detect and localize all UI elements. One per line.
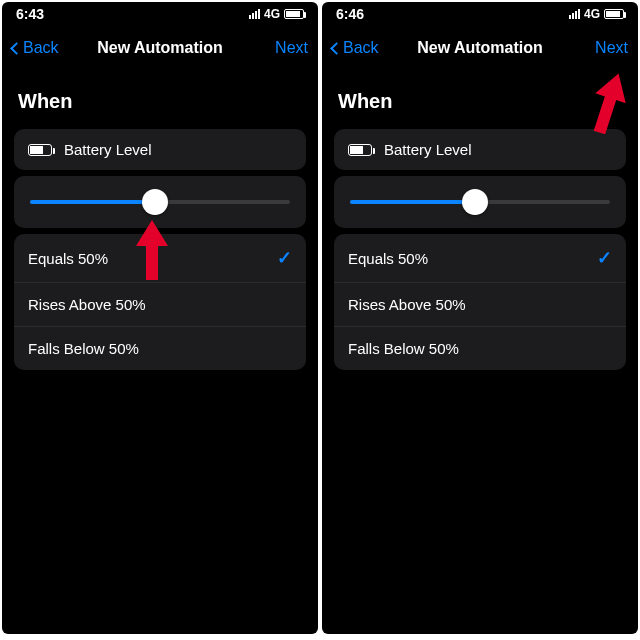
- signal-icon: [569, 9, 580, 19]
- network-label: 4G: [584, 7, 600, 21]
- slider-thumb[interactable]: [462, 189, 488, 215]
- status-time: 6:46: [336, 6, 364, 22]
- chevron-left-icon: [10, 42, 23, 55]
- status-bar: 6:43 4G: [2, 2, 318, 26]
- phone-right: 6:46 4G Back New Automation Next When Ba…: [322, 2, 638, 634]
- network-label: 4G: [264, 7, 280, 21]
- back-button[interactable]: Back: [332, 39, 379, 57]
- option-label: Rises Above 50%: [348, 296, 466, 313]
- signal-icon: [249, 9, 260, 19]
- option-rises-above[interactable]: Rises Above 50%: [334, 283, 626, 327]
- back-label: Back: [343, 39, 379, 57]
- option-label: Falls Below 50%: [28, 340, 139, 357]
- option-label: Equals 50%: [28, 250, 108, 267]
- option-label: Falls Below 50%: [348, 340, 459, 357]
- next-button[interactable]: Next: [595, 39, 628, 57]
- option-rises-above[interactable]: Rises Above 50%: [14, 283, 306, 327]
- trigger-label: Battery Level: [64, 141, 152, 158]
- battery-slider[interactable]: [334, 176, 626, 228]
- nav-bar: Back New Automation Next: [322, 26, 638, 70]
- battery-icon: [28, 144, 52, 156]
- option-equals[interactable]: Equals 50% ✓: [334, 234, 626, 283]
- status-bar: 6:46 4G: [322, 2, 638, 26]
- chevron-left-icon: [330, 42, 343, 55]
- battery-status-icon: [284, 9, 304, 19]
- options-list: Equals 50% ✓ Rises Above 50% Falls Below…: [334, 234, 626, 370]
- next-button[interactable]: Next: [275, 39, 308, 57]
- option-falls-below[interactable]: Falls Below 50%: [14, 327, 306, 370]
- option-label: Equals 50%: [348, 250, 428, 267]
- status-time: 6:43: [16, 6, 44, 22]
- svg-marker-0: [136, 220, 168, 280]
- trigger-card[interactable]: Battery Level: [334, 129, 626, 170]
- svg-marker-1: [584, 72, 634, 134]
- slider-thumb[interactable]: [142, 189, 168, 215]
- back-button[interactable]: Back: [12, 39, 59, 57]
- phone-left: 6:43 4G Back New Automation Next When Ba…: [2, 2, 318, 634]
- checkmark-icon: ✓: [277, 247, 292, 269]
- battery-status-icon: [604, 9, 624, 19]
- trigger-card[interactable]: Battery Level: [14, 129, 306, 170]
- nav-bar: Back New Automation Next: [2, 26, 318, 70]
- battery-icon: [348, 144, 372, 156]
- option-label: Rises Above 50%: [28, 296, 146, 313]
- section-header-when: When: [2, 70, 318, 123]
- back-label: Back: [23, 39, 59, 57]
- option-falls-below[interactable]: Falls Below 50%: [334, 327, 626, 370]
- trigger-label: Battery Level: [384, 141, 472, 158]
- checkmark-icon: ✓: [597, 247, 612, 269]
